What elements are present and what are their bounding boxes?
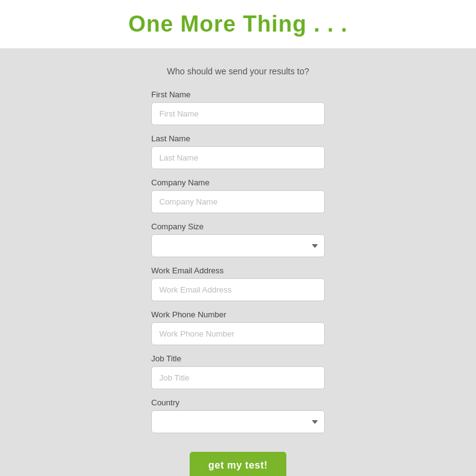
page-header: One More Thing . . .: [0, 0, 476, 49]
job-title-input[interactable]: [151, 366, 325, 389]
company-size-select[interactable]: 1-10 11-50 51-200 201-500 501-1000 1001-…: [151, 234, 325, 257]
last-name-label: Last Name: [151, 134, 325, 143]
work-phone-input[interactable]: [151, 322, 325, 345]
company-size-field-group: Company Size 1-10 11-50 51-200 201-500 5…: [151, 222, 325, 257]
job-title-label: Job Title: [151, 354, 325, 363]
last-name-field-group: Last Name: [151, 134, 325, 169]
company-name-input[interactable]: [151, 190, 325, 213]
last-name-input[interactable]: [151, 146, 325, 169]
work-email-field-group: Work Email Address: [151, 266, 325, 301]
company-name-field-group: Company Name: [151, 178, 325, 213]
submit-row: get my test!: [151, 446, 325, 476]
country-field-group: Country United States Canada United King…: [151, 398, 325, 433]
work-email-label: Work Email Address: [151, 266, 325, 275]
country-select[interactable]: United States Canada United Kingdom Aust…: [151, 410, 325, 433]
work-phone-label: Work Phone Number: [151, 310, 325, 319]
first-name-label: First Name: [151, 90, 325, 99]
company-size-label: Company Size: [151, 222, 325, 231]
first-name-input[interactable]: [151, 102, 325, 125]
company-name-label: Company Name: [151, 178, 325, 187]
submit-button[interactable]: get my test!: [190, 452, 286, 476]
page-title: One More Thing . . .: [0, 11, 476, 37]
first-name-field-group: First Name: [151, 90, 325, 125]
job-title-field-group: Job Title: [151, 354, 325, 389]
work-email-input[interactable]: [151, 278, 325, 301]
work-phone-field-group: Work Phone Number: [151, 310, 325, 345]
main-content: Who should we send your results to? Firs…: [0, 49, 476, 476]
country-label: Country: [151, 398, 325, 407]
form-subtitle: Who should we send your results to?: [167, 66, 309, 76]
form-container: First Name Last Name Company Name Compan…: [151, 90, 325, 476]
